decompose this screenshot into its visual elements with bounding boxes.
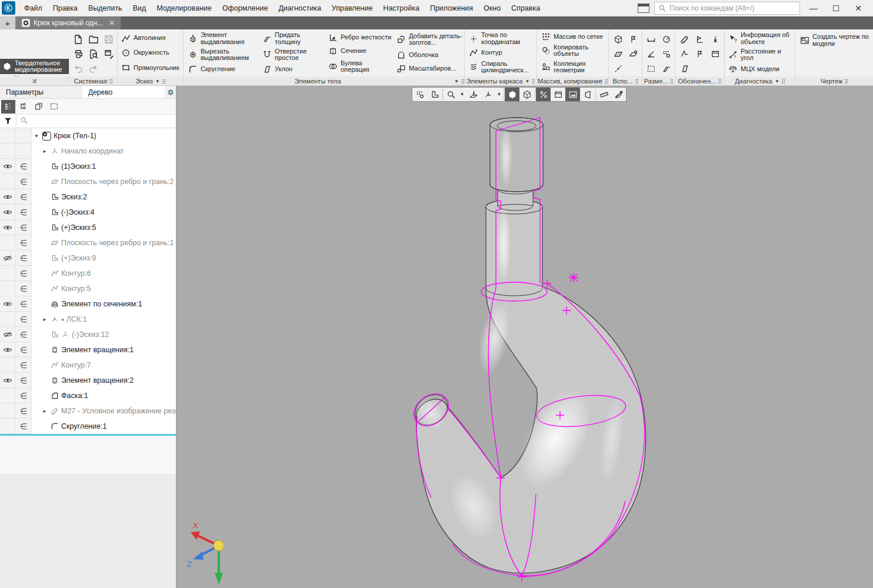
boolean-button[interactable]: Булева операция xyxy=(327,59,393,74)
thicken-button[interactable]: Придать толщину xyxy=(261,31,324,46)
tree-row-plane1[interactable]: ∈ Плоскость через ребро и грань:1 xyxy=(0,235,176,250)
tree-row-origin[interactable]: ▸ Начало координат xyxy=(0,143,176,159)
grip-icon[interactable] xyxy=(670,79,673,84)
collapse-arrow-icon[interactable]: ▾ xyxy=(33,133,40,139)
grip-icon[interactable] xyxy=(162,79,165,84)
warning-mark-button[interactable] xyxy=(680,64,689,74)
tree-row-loft[interactable]: ∈ Элемент по сечениям:1 xyxy=(0,296,176,312)
tree-row-revolve2[interactable]: ∈ Элемент вращения:2 xyxy=(0,373,176,388)
grip-icon[interactable] xyxy=(845,79,848,84)
rectangle-button[interactable]: Прямоугольник xyxy=(120,62,182,73)
simple-hole-button[interactable]: Отверстие простое xyxy=(261,48,324,62)
tree-row-fillet[interactable]: ∈ Скругление:1 xyxy=(0,419,176,434)
visibility-toggle[interactable] xyxy=(0,250,16,266)
tree-row-part[interactable]: ▾ Крюк (Тел-1) xyxy=(0,128,176,143)
measure-button[interactable] xyxy=(597,88,611,101)
menu-view[interactable]: Вид xyxy=(128,0,152,16)
fillet-button[interactable]: Скругление xyxy=(187,64,259,75)
radial-dimension-button[interactable] xyxy=(662,49,671,59)
eyedropper-button[interactable] xyxy=(611,88,626,101)
texture-view-button[interactable] xyxy=(565,88,580,101)
distance-angle-button[interactable]: Расстояние и угол xyxy=(727,48,794,62)
local-cs-button[interactable] xyxy=(614,35,623,44)
tab-close-icon[interactable]: ✕ xyxy=(109,19,115,27)
close-button[interactable]: ✕ xyxy=(849,2,867,15)
chevron-down-icon[interactable]: ▼ xyxy=(525,79,530,84)
menu-diagnostics[interactable]: Диагностика xyxy=(273,0,326,16)
mass-properties-button[interactable]: МЦХ модели xyxy=(727,64,794,75)
section-toggle[interactable]: ∈ xyxy=(16,296,32,312)
extrude-button[interactable]: Элемент выдавливания xyxy=(187,31,259,46)
thread-notation-button[interactable] xyxy=(680,35,689,44)
section-toggle[interactable]: ∈ xyxy=(16,220,32,235)
visibility-toggle[interactable] xyxy=(0,189,16,205)
undo-button[interactable] xyxy=(73,64,84,74)
visibility-toggle[interactable] xyxy=(0,327,16,342)
visibility-toggle[interactable] xyxy=(0,373,16,388)
zoom-dropdown[interactable]: ▼ xyxy=(458,88,466,101)
tree-row-sketch12[interactable]: ∈ (-)Эскиз:12 xyxy=(0,327,176,342)
grip-icon[interactable] xyxy=(718,79,721,84)
chevron-down-icon[interactable]: ▼ xyxy=(454,79,459,84)
cs-flag-button[interactable] xyxy=(629,35,638,44)
grip-icon[interactable] xyxy=(109,79,112,84)
command-search-input[interactable] xyxy=(669,4,787,12)
grip-icon[interactable] xyxy=(532,79,535,84)
settings-grid-button[interactable] xyxy=(412,88,427,101)
array-dimension-button[interactable] xyxy=(647,64,656,74)
modes-collapse[interactable] xyxy=(0,76,69,86)
circle-button[interactable]: Окружность xyxy=(120,48,182,58)
rib-button[interactable]: Ребро жесткости xyxy=(327,32,393,43)
model-viewport[interactable]: X Z Y ▼ ▼ xyxy=(176,86,873,588)
chevron-down-icon[interactable]: ▼ xyxy=(155,79,160,84)
geometry-collection-button[interactable]: Коллекция геометрии xyxy=(540,60,607,75)
menu-select[interactable]: Выделить xyxy=(83,0,128,16)
cut-extrude-button[interactable]: Вырезать выдавливанием xyxy=(187,48,259,62)
table-notation-button[interactable] xyxy=(711,49,720,59)
aux-axis-button[interactable] xyxy=(614,64,623,74)
simplify-view-button[interactable] xyxy=(551,88,565,101)
menu-window[interactable]: Окно xyxy=(478,0,506,16)
open-document-button[interactable] xyxy=(88,34,99,45)
axes-dropdown[interactable]: ▼ xyxy=(495,88,503,101)
linear-dimension-button[interactable] xyxy=(647,35,656,44)
angle-dimension-button[interactable] xyxy=(647,49,656,59)
section-toggle[interactable]: ∈ xyxy=(16,235,32,250)
expand-arrow-icon[interactable]: ▸ xyxy=(41,316,48,322)
draft-button[interactable]: Уклон xyxy=(261,64,324,75)
section-toggle[interactable]: ∈ xyxy=(16,358,32,373)
tab-parameters[interactable]: Параметры xyxy=(0,86,82,98)
roughness-button[interactable] xyxy=(680,49,689,59)
section-toggle[interactable]: ∈ xyxy=(16,312,32,327)
menu-management[interactable]: Управление xyxy=(326,0,378,16)
visibility-toggle[interactable] xyxy=(0,220,16,235)
axes-view-button[interactable] xyxy=(481,88,495,101)
position-mark-button[interactable] xyxy=(695,49,705,59)
section-toggle[interactable]: ∈ xyxy=(16,159,32,174)
menu-settings[interactable]: Настройка xyxy=(378,0,425,16)
window-layout-icon[interactable] xyxy=(638,4,649,13)
section-toggle[interactable]: ∈ xyxy=(16,205,32,220)
section-toggle[interactable]: ∈ xyxy=(16,327,32,342)
cylindrical-spiral-button[interactable]: Спираль цилиндрическ... xyxy=(468,60,535,75)
tree-structure-button[interactable] xyxy=(1,100,15,113)
section-toggle[interactable]: ∈ xyxy=(16,266,32,281)
panel-settings-gear-icon[interactable] xyxy=(165,86,176,98)
tree-row-lsk[interactable]: ∈ ▸ ● ЛСК:1 xyxy=(0,312,176,327)
create-drawing-button[interactable]: Создать чертеж по модели xyxy=(799,33,872,48)
tree-area-select-button[interactable] xyxy=(47,100,61,113)
command-search[interactable] xyxy=(654,2,800,15)
section-button[interactable]: Сечение xyxy=(327,46,393,56)
section-toggle[interactable]: ∈ xyxy=(16,250,32,266)
sketch-mode-button[interactable] xyxy=(427,88,442,101)
auto-dimension-button[interactable] xyxy=(662,35,671,44)
minimize-button[interactable]: — xyxy=(805,2,822,15)
tree-relations-button[interactable] xyxy=(16,100,31,113)
section-toggle[interactable]: ∈ xyxy=(16,388,32,403)
tree-row-thread[interactable]: ∈ ▸ М27 - Условное изображение резьб xyxy=(0,403,176,419)
visibility-toggle[interactable] xyxy=(0,296,16,312)
new-document-button[interactable] xyxy=(73,34,84,45)
expand-arrow-icon[interactable]: ▸ xyxy=(41,408,48,414)
section-toggle[interactable]: ∈ xyxy=(16,281,32,296)
visibility-toggle[interactable] xyxy=(0,342,16,358)
